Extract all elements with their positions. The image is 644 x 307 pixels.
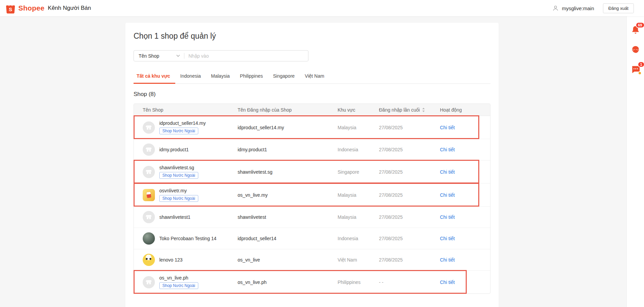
support-headset-icon: [631, 45, 640, 54]
shop-login-name: idproduct_seller14.my: [238, 125, 338, 130]
shop-last-login: 27/08/2025: [379, 214, 440, 220]
shop-login-name: idproduct_seller14: [238, 236, 338, 241]
tab-region-1[interactable]: Indonesia: [175, 70, 206, 84]
shop-login-name: os_vn_live: [238, 257, 338, 263]
shop-row[interactable]: osvnlivetr.my Shop Nước Ngoài os_vn_live…: [134, 184, 490, 207]
search-filter-label: Tên Shop: [139, 53, 159, 59]
shop-avatar: [143, 166, 155, 178]
detail-link[interactable]: Chi tiết: [440, 257, 490, 263]
current-account[interactable]: mysglive:main: [562, 5, 594, 11]
shop-last-login: 27/08/2025: [379, 147, 440, 152]
shop-login-name: idmy.product1: [238, 147, 338, 152]
shop-name: lenovo 123: [159, 257, 183, 263]
foreign-shop-badge: Shop Nước Ngoài: [159, 172, 198, 179]
shop-name: shawnlivetest1: [159, 214, 190, 220]
shop-region: Việt Nam: [338, 257, 379, 263]
detail-link[interactable]: Chi tiết: [440, 236, 490, 241]
tab-region-5[interactable]: Việt Nam: [300, 70, 329, 84]
shop-login-name: os_vn_live.my: [238, 192, 338, 198]
search-input[interactable]: [184, 51, 308, 61]
detail-link[interactable]: Chi tiết: [440, 125, 490, 130]
detail-link[interactable]: Chi tiết: [440, 214, 490, 220]
logout-button[interactable]: Đăng xuất: [603, 3, 634, 13]
foreign-shop-badge: Shop Nước Ngoài: [159, 195, 198, 202]
shop-row[interactable]: shawnlivetest1 shawnlivetest Malaysia 27…: [134, 207, 490, 228]
shop-region: Malaysia: [338, 125, 379, 130]
notification-count-badge: 69: [636, 22, 644, 28]
shop-row[interactable]: os_vn_live.ph Shop Nước Ngoài os_vn_live…: [134, 271, 490, 293]
tab-region-3[interactable]: Philippines: [235, 70, 268, 84]
shop-avatar: [143, 254, 155, 266]
shop-avatar: [143, 276, 155, 288]
shop-row[interactable]: idmy.product1 idmy.product1 Indonesia 27…: [134, 139, 490, 160]
shop-last-login: 27/08/2025: [379, 257, 440, 263]
shop-avatar: [143, 121, 155, 134]
brand-wordmark: Shopee: [18, 4, 44, 12]
shop-row[interactable]: Toko Percobaan Testing 14 idproduct_sell…: [134, 228, 490, 249]
chevron-down-icon: [176, 55, 180, 57]
detail-link[interactable]: Chi tiết: [440, 169, 490, 175]
shop-avatar: [143, 189, 155, 201]
detail-link[interactable]: Chi tiết: [440, 280, 490, 285]
support-button[interactable]: [631, 45, 640, 54]
foreign-shop-badge: Shop Nước Ngoài: [159, 128, 198, 134]
shop-avatar: [143, 143, 155, 156]
shop-region: Malaysia: [338, 192, 379, 198]
shop-name: os_vn_live.ph: [159, 275, 188, 281]
column-header-last-login-label: Đăng nhập lần cuối: [379, 107, 420, 113]
detail-link[interactable]: Chi tiết: [440, 192, 490, 198]
shop-last-login: 27/08/2025: [379, 192, 440, 198]
shop-region: Indonesia: [338, 236, 379, 241]
column-header-action: Hoạt động: [440, 107, 490, 113]
column-header-shop-name: Tên Shop: [134, 107, 238, 113]
shop-selection-card: Chọn 1 shop để quản lý Tên Shop Tất cả k…: [125, 23, 499, 307]
user-icon: [552, 5, 559, 11]
chat-count-badge: 1: [638, 61, 644, 68]
shop-last-login: 27/08/2025: [379, 169, 440, 175]
shop-table: Tên Shop Tên Đăng nhập của Shop Khu vực …: [134, 103, 490, 294]
shop-avatar: [143, 232, 155, 245]
chat-status-dot: [639, 72, 641, 74]
brand[interactable]: S Shopee Kênh Người Bán: [5, 2, 91, 14]
shop-region: Indonesia: [338, 147, 379, 152]
shop-last-login: 27/08/2025: [379, 236, 440, 241]
column-header-login-name: Tên Đăng nhập của Shop: [238, 107, 338, 113]
column-header-region: Khu vực: [338, 107, 379, 113]
chat-button[interactable]: 1: [631, 64, 640, 74]
shop-name: idmy.product1: [159, 147, 189, 152]
shopee-logo-icon: S: [5, 2, 16, 14]
tab-region-4[interactable]: Singapore: [268, 70, 300, 84]
detail-link[interactable]: Chi tiết: [440, 147, 490, 152]
shop-login-name: shawnlivetest: [238, 214, 338, 220]
search-filter-dropdown[interactable]: Tên Shop: [134, 51, 184, 61]
right-notification-rail: 69 1: [626, 16, 644, 307]
shop-search-bar: Tên Shop: [134, 50, 308, 61]
shop-avatar: [143, 211, 155, 223]
svg-text:S: S: [9, 6, 12, 12]
foreign-shop-badge: Shop Nước Ngoài: [159, 282, 198, 289]
shop-login-name: os_vn_live.ph: [238, 280, 338, 285]
shop-name: osvnlivetr.my: [159, 188, 187, 193]
shop-name: Toko Percobaan Testing 14: [159, 236, 217, 241]
shop-region: Singapore: [338, 169, 379, 175]
shop-count-heading: Shop (8): [134, 91, 490, 98]
region-tabs: Tất cả khu vựcIndonesiaMalaysiaPhilippin…: [134, 70, 490, 84]
app-title: Kênh Người Bán: [48, 5, 91, 12]
page-title: Chọn 1 shop để quản lý: [134, 23, 490, 41]
sort-carets-icon: [422, 108, 425, 112]
tab-region-2[interactable]: Malaysia: [206, 70, 235, 84]
shop-name: idproduct_seller14.my: [159, 120, 206, 126]
shop-name: shawnlivetest.sg: [159, 165, 194, 170]
shop-last-login: 27/08/2025: [379, 125, 440, 130]
column-header-last-login-sort[interactable]: Đăng nhập lần cuối: [379, 107, 425, 113]
shop-table-body: idproduct_seller14.my Shop Nước Ngoài id…: [134, 116, 490, 293]
shop-login-name: shawnlivetest.sg: [238, 169, 338, 175]
shop-table-header: Tên Shop Tên Đăng nhập của Shop Khu vực …: [134, 104, 490, 116]
shop-row[interactable]: lenovo 123 os_vn_live Việt Nam 27/08/202…: [134, 249, 490, 271]
top-header: S Shopee Kênh Người Bán mysglive:main Đă…: [0, 0, 644, 16]
shop-last-login: - -: [379, 280, 440, 285]
shop-row[interactable]: shawnlivetest.sg Shop Nước Ngoài shawnli…: [134, 160, 490, 184]
shop-row[interactable]: idproduct_seller14.my Shop Nước Ngoài id…: [134, 116, 490, 139]
notifications-button[interactable]: 69: [631, 25, 640, 35]
tab-region-0[interactable]: Tất cả khu vực: [134, 70, 175, 84]
